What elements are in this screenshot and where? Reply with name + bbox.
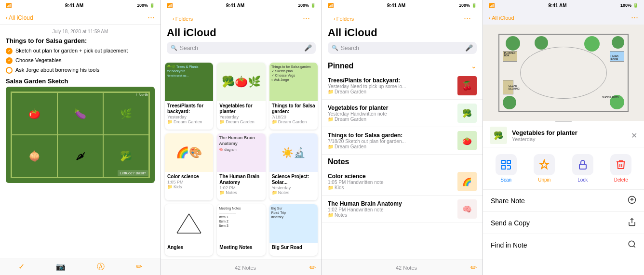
mic-icon-p3[interactable]: 🎤: [465, 44, 473, 52]
note-title-8: Big Sur Road: [272, 245, 315, 250]
panel-list-view: 📶 9:41 AM 100% 🔋 ‹ Folders ··· All iClou…: [322, 0, 483, 275]
folder-icon-4: 📁: [219, 190, 225, 195]
scan-label: Scan: [500, 177, 511, 183]
note-card-7[interactable]: Meeting Notes—————Item 1Item 2Item 3 Mee…: [217, 204, 265, 256]
delete-action-btn[interactable]: Delete: [602, 152, 641, 184]
note-card-8[interactable]: Big SurRoad TripItinerary Big Sur Road: [269, 204, 318, 256]
pinned-folder-1: 📁 Dream Garden: [328, 117, 454, 122]
notes-item-0[interactable]: Color science 1:05 PM Handwritten note 📁…: [322, 168, 483, 196]
note-card-1[interactable]: 🥦🍅🌿 Vegetables for planter Yesterday 📁 D…: [217, 63, 265, 130]
note-title-5: Science Project: Solar...: [272, 174, 315, 185]
notes-folder-1: 📁 Notes: [328, 212, 454, 218]
notes-folder-0: 📁 Kids: [328, 185, 454, 190]
note-info-2: Things to for Salsa garden: 7/18/20 📁 Dr…: [269, 101, 318, 126]
more-btn-p3[interactable]: ···: [464, 13, 471, 24]
note-title-4: The Human Brain Anatomy: [219, 174, 263, 185]
note-title-3: Color science: [167, 174, 211, 180]
more-btn-p2[interactable]: ···: [303, 13, 310, 24]
notes-title-0: Color science: [328, 173, 454, 180]
pinned-item-1[interactable]: Vegetables for planter Yesterday Handwri…: [322, 100, 483, 127]
mic-icon-p2[interactable]: 🎤: [304, 44, 312, 52]
pinned-meta-2: 7/18/20 Sketch out plan for garden...: [328, 139, 454, 144]
sketch-grid: 🍅 🍆 🌿 🧅 🌶 🥦: [11, 92, 150, 178]
more-btn-p1[interactable]: ···: [148, 13, 155, 23]
note-card-2[interactable]: Things to for Salsa garden✓ Sketch plan✓…: [269, 63, 318, 130]
note-card-4[interactable]: The Human Brain Anatomy 🧠 diagram The Hu…: [217, 133, 265, 200]
back-folders-p2[interactable]: ‹ Folders: [173, 16, 193, 22]
sketch-north: ↑ North: [135, 92, 148, 97]
checkbox-3[interactable]: [6, 67, 13, 74]
note-date-3: 1:05 PM: [167, 180, 211, 184]
note-title-1: Vegetables for planter: [219, 103, 263, 115]
notes-meta-1: 1:02 PM Handwritten note: [328, 207, 454, 212]
checklist-item-3[interactable]: Ask Jorge about borrowing his tools: [6, 66, 155, 74]
search-text-p2: Search: [180, 45, 302, 52]
folder-icon-3: 📁: [167, 184, 173, 189]
p2-footer: 42 Notes ✏: [161, 260, 322, 275]
pinned-item-2[interactable]: Things to for Salsa garden: 7/18/20 Sket…: [322, 127, 483, 155]
search-icon-p2: 🔍: [171, 45, 177, 51]
delete-label: Delete: [614, 177, 628, 183]
p1-note-content: July 18, 2020 at 11:59 AM Things to for …: [0, 25, 161, 259]
search-icon-p3: 🔍: [332, 45, 338, 51]
pinned-info-0: Trees/Plants for backyard: Yesterday Nee…: [328, 77, 454, 94]
note-title-2: Things to for Salsa garden:: [272, 103, 315, 115]
back-folders-p3[interactable]: ‹ Folders: [334, 16, 354, 22]
footer-count-p2: 42 Notes: [181, 265, 309, 271]
p3-footer: 42 Notes ✏: [322, 260, 483, 275]
search-bar-p2[interactable]: 🔍 Search 🎤: [167, 42, 316, 54]
more-btn-p4[interactable]: ···: [631, 13, 638, 23]
notes-item-1[interactable]: The Human Brain Anatomy 1:02 PM Handwrit…: [322, 196, 483, 223]
note-info-3: Color science 1:05 PM 📁 Kids: [165, 172, 213, 191]
menu-item-share[interactable]: Share Note: [483, 190, 644, 212]
pinned-thumb-2: 🍅: [457, 131, 477, 150]
unpin-action-btn[interactable]: Unpin: [525, 152, 564, 184]
note-date-0: Yesterday: [167, 115, 211, 119]
p3-list-content: Pinned ⌄ Trees/Plants for backyard: Yest…: [322, 59, 483, 260]
checklist-item-2[interactable]: Choose Vegetables: [6, 57, 155, 64]
note-title-6: Angles: [167, 245, 211, 250]
share-note-label: Share Note: [491, 197, 525, 205]
compose-btn-p3[interactable]: ✏: [470, 263, 477, 272]
note-date: July 18, 2020 at 11:59 AM: [6, 29, 155, 34]
checkbox-2[interactable]: [6, 57, 13, 64]
menu-item-sendcopy[interactable]: Send a Copy: [483, 212, 644, 234]
note-info-8: Big Sur Road: [269, 243, 318, 252]
pinned-section-header: Pinned ⌄: [322, 59, 483, 72]
text-tool-btn[interactable]: Ⓐ: [97, 262, 105, 272]
note-card-0[interactable]: 🌳🌿 Trees & Plantsfor backyardNeed to pic…: [165, 63, 213, 130]
back-allicloud-p1[interactable]: ‹ All iCloud: [6, 14, 33, 21]
unpin-label: Unpin: [538, 177, 550, 183]
note-card-3[interactable]: 🌈🎨 Color science 1:05 PM 📁 Kids: [165, 133, 213, 200]
camera-tool-btn[interactable]: 📷: [56, 262, 66, 272]
pinned-chevron[interactable]: ⌄: [471, 62, 477, 70]
back-allicloud-p4[interactable]: ‹ All iCloud: [489, 15, 514, 21]
note-card-5[interactable]: ☀️🔬 Science Project: Solar... Yesterday …: [269, 133, 318, 200]
compose-tool-btn[interactable]: ✏: [136, 262, 142, 272]
find-in-note-icon: [628, 240, 636, 250]
note-info-6: Angles: [165, 243, 213, 252]
close-sheet-btn[interactable]: ✕: [631, 131, 637, 140]
search-bar-p3[interactable]: 🔍 Search 🎤: [328, 42, 477, 54]
share-note-icon: [628, 196, 636, 206]
checklist-item-1[interactable]: Sketch out plan for garden + pick out pl…: [6, 47, 155, 54]
p3-header: ‹ Folders ··· All iCloud 🔍 Search 🎤: [322, 11, 483, 59]
pinned-folder-0: 📁 Dream Garden: [328, 89, 454, 94]
pinned-item-0[interactable]: Trees/Plants for backyard: Yesterday Nee…: [322, 72, 483, 100]
checkbox-1[interactable]: [6, 48, 13, 54]
check-tool-btn[interactable]: ✓: [18, 262, 25, 272]
p2-title: All iCloud: [167, 26, 316, 39]
note-info-1: Vegetables for planter Yesterday 📁 Dream…: [217, 101, 265, 126]
folder-icon-pinned-1: 📁: [328, 117, 334, 122]
scan-action-btn[interactable]: Scan: [487, 152, 525, 184]
lock-action-btn[interactable]: Lock: [564, 152, 602, 184]
compose-btn-p2[interactable]: ✏: [309, 263, 316, 272]
checklist-text-2: Choose Vegetables: [15, 57, 61, 64]
checklist-text-3: Ask Jorge about borrowing his tools: [15, 66, 99, 73]
wifi-icon-p3: 📶: [328, 3, 334, 8]
p4-note-title: Vegetables for planter: [512, 129, 626, 136]
find-in-note-label: Find in Note: [491, 241, 527, 249]
menu-item-findinote[interactable]: Find in Note: [483, 234, 644, 256]
note-card-6[interactable]: Angles: [165, 204, 213, 256]
time-p1: 9:41 AM: [65, 3, 83, 8]
